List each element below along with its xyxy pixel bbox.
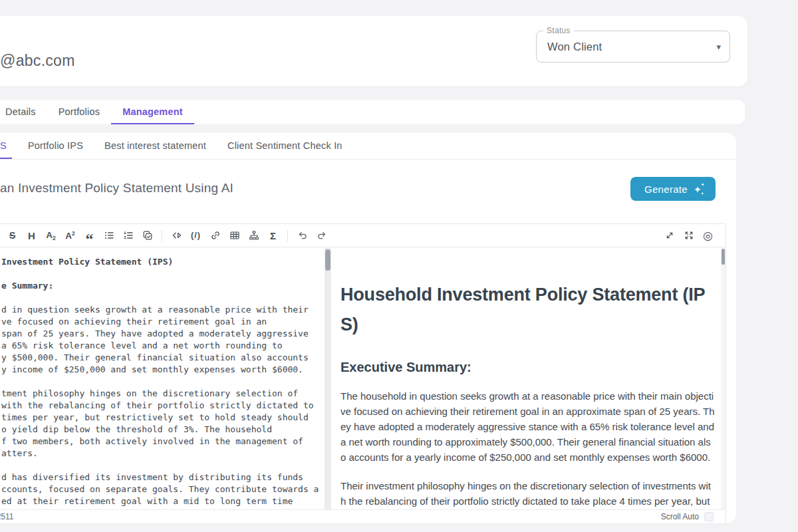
markdown-editor: S H A2 A2 “ (/) <box>0 223 726 523</box>
subtab-best-interest-statement[interactable]: Best interest statement <box>99 133 211 159</box>
source-line: ve focused on achieving their retirement… <box>1 316 322 328</box>
markdown-preview-pane: Household Investment Policy Statement (I… <box>331 248 726 509</box>
blockquote-icon[interactable]: “ <box>80 227 99 244</box>
task-list-icon[interactable] <box>138 227 157 244</box>
preview-paragraph: The household in question seeks growth a… <box>340 388 715 465</box>
editor-panes: Investment Policy Statement (IPS) e Summ… <box>0 248 726 509</box>
subtab-ips[interactable]: S <box>0 133 12 159</box>
toolbar-view-group: ◎ <box>660 227 718 244</box>
source-line: with the rebalancing of their portfolio … <box>1 400 322 412</box>
preview-scrollbar[interactable] <box>721 248 726 509</box>
preview-eye-icon[interactable]: ◎ <box>698 227 718 244</box>
subtab-portfolio-ips[interactable]: Portfolio IPS <box>23 133 88 159</box>
preview-subheading: Executive Summary: <box>340 360 715 375</box>
code-block-icon[interactable]: (/) <box>186 227 205 244</box>
undo-icon[interactable] <box>293 227 312 244</box>
management-panel: S Portfolio IPS Best interest statement … <box>0 133 736 523</box>
status-select-value: Won Client <box>547 31 602 62</box>
source-line: times per year, but restrictively set to… <box>1 412 322 424</box>
sparkles-icon: ✦ <box>694 185 702 194</box>
source-line: y $500,000. Their general financial situ… <box>1 352 322 364</box>
source-line <box>1 268 322 280</box>
management-subtabs: S Portfolio IPS Best interest statement … <box>0 133 736 160</box>
markdown-source-pane[interactable]: Investment Policy Statement (IPS) e Summ… <box>0 248 325 509</box>
tab-portfolios[interactable]: Portfolios <box>47 100 111 124</box>
tab-management[interactable]: Management <box>111 100 194 124</box>
main-tabbar: Details Portfolios Management <box>0 100 745 124</box>
subtab-client-sentiment-check-in[interactable]: Client Sentiment Check In <box>222 133 348 159</box>
table-icon[interactable] <box>225 227 244 244</box>
chevron-down-icon: ▾ <box>716 42 721 52</box>
toolbar-separator <box>287 230 288 241</box>
source-scrollbar[interactable] <box>325 248 331 509</box>
source-line: o yield dip below the threshold of 3%. T… <box>1 424 322 436</box>
scroll-auto-checkbox[interactable] <box>704 512 714 521</box>
source-line: f two members, both actively involved in… <box>1 436 322 448</box>
source-line: ccounts, focused on separate goals. They… <box>1 483 322 495</box>
tab-details[interactable]: Details <box>0 100 47 124</box>
source-line: d has diversified its investment by dist… <box>1 471 322 483</box>
preview-scrollbar-thumb[interactable] <box>722 249 725 265</box>
preview-title: Household Investment Policy Statement (I… <box>340 280 715 340</box>
superscript-icon[interactable]: A2 <box>61 227 80 244</box>
source-line: atters. <box>1 448 322 460</box>
source-line: d in question seeks growth at a reasonab… <box>1 304 322 316</box>
client-header-card: @abc.com Status Won Client ▾ <box>0 16 747 86</box>
bullet-list-icon[interactable] <box>99 227 118 244</box>
source-line: y income of $250,000 and set monthly exp… <box>1 364 322 376</box>
editor-toolbar: S H A2 A2 “ (/) <box>0 224 726 247</box>
strikethrough-icon[interactable]: S <box>3 227 22 244</box>
source-line: tment philosophy hinges on the discretio… <box>1 388 322 400</box>
toolbar-separator <box>162 230 162 241</box>
source-line <box>1 376 322 388</box>
section-title: an Investment Policy Statement Using AI <box>0 181 233 196</box>
math-icon[interactable]: Σ <box>263 227 283 244</box>
redo-icon[interactable] <box>312 227 331 244</box>
source-scrollbar-thumb[interactable] <box>325 249 331 271</box>
diagram-icon[interactable] <box>244 227 263 244</box>
source-line <box>1 460 322 471</box>
scroll-auto-control: Scroll Auto <box>661 512 714 521</box>
inline-code-icon[interactable] <box>167 227 186 244</box>
link-icon[interactable] <box>205 227 225 244</box>
status-select[interactable]: Status Won Client ▾ <box>536 31 730 63</box>
ordered-list-icon[interactable] <box>118 227 138 244</box>
source-line: Investment Policy Statement (IPS) <box>1 256 322 268</box>
preview-paragraph: Their investment philosophy hinges on th… <box>340 478 715 509</box>
source-line <box>1 292 322 304</box>
client-email: @abc.com <box>0 52 75 70</box>
generate-button-label: Generate <box>644 184 688 195</box>
source-line: e Summary: <box>1 280 322 292</box>
source-line: ed at their retirement goal with a mid t… <box>1 495 322 507</box>
character-count: 12511 <box>0 512 13 521</box>
source-line: span of 25 years. They have adopted a mo… <box>1 328 322 340</box>
fullscreen-icon[interactable] <box>679 227 698 244</box>
generate-button[interactable]: Generate ✦ <box>630 177 716 201</box>
editor-footer: 12511 Scroll Auto <box>0 509 726 523</box>
expand-icon[interactable] <box>660 227 679 244</box>
source-line: a 65% risk tolerance level and a net wor… <box>1 340 322 352</box>
scroll-auto-label: Scroll Auto <box>661 512 699 521</box>
subscript-icon[interactable]: A2 <box>41 227 61 244</box>
heading-icon[interactable]: H <box>22 227 41 244</box>
